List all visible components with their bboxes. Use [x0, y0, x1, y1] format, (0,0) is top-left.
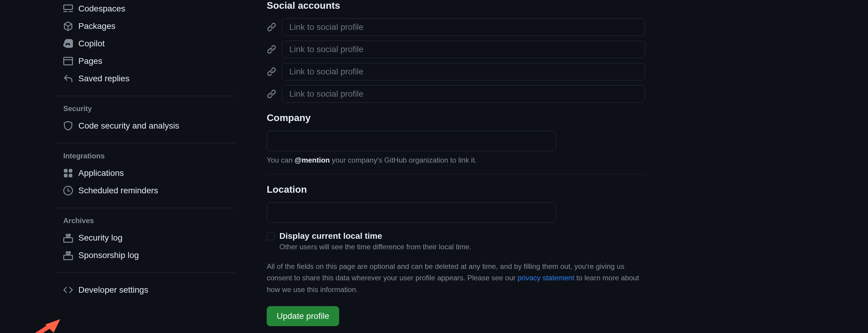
link-icon: [267, 89, 276, 99]
social-profile-input-3[interactable]: [282, 63, 645, 80]
sidebar-item-pages[interactable]: Pages: [57, 53, 235, 70]
link-icon: [267, 22, 276, 32]
log-icon: [63, 251, 73, 260]
code-icon: [63, 285, 73, 295]
company-hint: You can @mention your company's GitHub o…: [267, 156, 645, 164]
browser-icon: [63, 56, 73, 66]
company-input[interactable]: [267, 131, 556, 151]
social-profile-input-1[interactable]: [282, 19, 645, 36]
divider: [57, 208, 235, 208]
social-profile-input-2[interactable]: [282, 41, 645, 58]
divider: [57, 143, 235, 143]
clock-icon: [63, 186, 73, 195]
section-header-integrations: Integrations: [57, 152, 235, 160]
link-icon: [267, 67, 276, 76]
company-label: Company: [267, 112, 645, 124]
link-icon: [267, 44, 276, 54]
sidebar-item-label: Codespaces: [79, 4, 125, 13]
divider: [57, 272, 235, 273]
sidebar-item-label: Applications: [79, 168, 124, 178]
divider: [57, 96, 235, 96]
location-input[interactable]: [267, 202, 556, 223]
sidebar-item-label: Developer settings: [79, 285, 148, 295]
sidebar-item-label: Security log: [79, 233, 122, 243]
social-accounts-label: Social accounts: [267, 0, 645, 11]
sidebar-item-scheduled-reminders[interactable]: Scheduled reminders: [57, 182, 235, 199]
sidebar-item-label: Copilot: [79, 39, 104, 48]
section-header-security: Security: [57, 104, 235, 113]
sidebar-item-label: Saved replies: [79, 74, 130, 84]
sidebar-item-code-security[interactable]: Code security and analysis: [57, 117, 235, 135]
sidebar-item-packages[interactable]: Packages: [57, 18, 235, 35]
update-profile-button[interactable]: Update profile: [267, 306, 339, 326]
display-local-time-desc: Other users will see the time difference…: [279, 243, 471, 251]
shield-icon: [63, 121, 73, 131]
codespaces-icon: [63, 4, 73, 13]
sidebar-item-applications[interactable]: Applications: [57, 164, 235, 182]
log-icon: [63, 233, 73, 243]
disclosure-text: All of the fields on this page are optio…: [267, 261, 645, 295]
sidebar-item-label: Packages: [79, 21, 116, 31]
social-profile-input-4[interactable]: [282, 85, 645, 103]
section-header-archives: Archives: [57, 217, 235, 225]
sidebar-item-saved-replies[interactable]: Saved replies: [57, 70, 235, 87]
sidebar-item-label: Pages: [79, 56, 102, 66]
copilot-icon: [63, 39, 73, 48]
display-local-time-checkbox[interactable]: [267, 232, 275, 240]
sidebar-item-codespaces[interactable]: Codespaces: [57, 0, 235, 18]
reply-icon: [63, 74, 73, 84]
display-local-time-label: Display current local time: [279, 231, 471, 241]
package-icon: [63, 21, 73, 31]
sidebar-item-label: Code security and analysis: [79, 121, 179, 131]
sidebar-item-label: Sponsorship log: [79, 251, 139, 260]
privacy-statement-link[interactable]: privacy statement: [518, 274, 574, 282]
sidebar-item-copilot[interactable]: Copilot: [57, 35, 235, 53]
sidebar-item-sponsorship-log[interactable]: Sponsorship log: [57, 246, 235, 264]
apps-icon: [63, 168, 73, 178]
sidebar-item-developer-settings[interactable]: Developer settings: [57, 281, 235, 299]
location-label: Location: [267, 184, 645, 195]
sidebar-item-security-log[interactable]: Security log: [57, 229, 235, 246]
sidebar-item-label: Scheduled reminders: [79, 186, 158, 195]
divider: [267, 174, 645, 174]
